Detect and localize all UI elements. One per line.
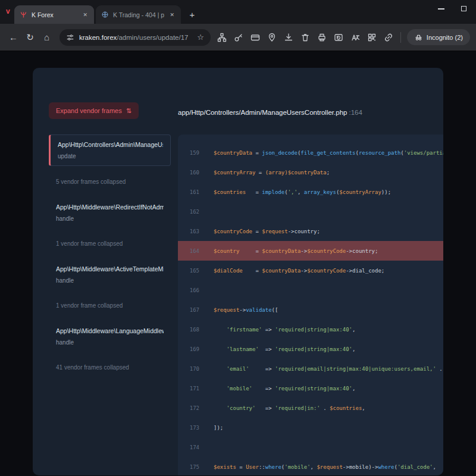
incognito-badge[interactable]: Incognito (2)	[407, 29, 470, 45]
bookmark-icon[interactable]: ☆	[197, 33, 204, 42]
code-text: $countryData = json_decode(file_get_cont…	[199, 150, 443, 156]
code-line: 171 'mobile' => 'required|string|max:40'…	[178, 378, 443, 398]
home-icon[interactable]: ⌂	[39, 30, 54, 45]
line-number: 171	[178, 386, 199, 392]
cast-icon[interactable]	[333, 32, 345, 43]
frame-method: handle	[56, 339, 164, 346]
vendor-frames-collapsed[interactable]: 41 vendor frames collapsed	[56, 364, 164, 371]
new-tab-button[interactable]: +	[187, 10, 198, 20]
sitemap-icon[interactable]	[216, 32, 228, 43]
line-number: 174	[178, 444, 199, 450]
code-text: 'firstname' => 'required|string|max:40',	[199, 327, 355, 333]
url-domain: kraken.forex	[79, 34, 117, 41]
expand-button-area: Expand vendor frames ⇅	[49, 102, 171, 134]
frame-method: handle	[56, 277, 164, 284]
line-number: 166	[178, 287, 199, 293]
stack-frame[interactable]: App\Http\Middleware\LanguageMiddleware:2…	[49, 321, 171, 352]
navigation-bar: ← ↻ ⌂ kraken.forex/admin/users/update/17…	[0, 24, 476, 51]
minimize-button[interactable]	[438, 8, 444, 10]
kraken-favicon-icon	[20, 11, 27, 18]
line-number: 161	[178, 189, 199, 195]
code-text: 'mobile' => 'required|string|max:40',	[199, 386, 355, 392]
tab-k-trading[interactable]: K Trading - 404 | page not foun ✕	[96, 5, 181, 24]
vendor-frames-collapsed[interactable]: 1 vendor frame collapsed	[56, 302, 164, 309]
frame-method: handle	[56, 215, 164, 222]
url-text[interactable]: kraken.forex/admin/users/update/17	[79, 34, 188, 41]
file-path: app/Http/Controllers/Admin/ManageUsersCo…	[178, 109, 347, 116]
globe-favicon-icon	[101, 11, 109, 18]
line-number: 175	[178, 464, 199, 470]
back-icon[interactable]: ←	[6, 30, 21, 45]
delete-icon[interactable]	[299, 32, 311, 43]
url-path: /admin/users/update/17	[117, 34, 188, 41]
line-number: 163	[178, 228, 199, 234]
code-text: $exists = User::where('mobile', $request…	[199, 464, 439, 470]
vendor-frames-collapsed[interactable]: 5 vendor frames collapsed	[56, 178, 164, 185]
code-viewer[interactable]: 159$countryData = json_decode(file_get_c…	[178, 134, 443, 475]
wallet-icon[interactable]	[249, 32, 261, 43]
code-text: $dialCode = $countryData->$countryCode->…	[199, 268, 384, 274]
site-info-icon[interactable]	[66, 33, 74, 42]
page-background: Expand vendor frames ⇅ app/Http/Controll…	[0, 51, 476, 475]
frame-method: update	[58, 153, 163, 159]
maximize-button[interactable]	[461, 6, 466, 11]
code-text: $countryCode = $request->country;	[199, 228, 320, 234]
print-icon[interactable]	[316, 32, 328, 43]
frame-title: App\Http\Controllers\Admin\ManageUsersCo…	[58, 141, 163, 148]
code-line: 175$exists = User::where('mobile', $requ…	[178, 457, 443, 475]
tab-title: K Trading - 404 | page not foun	[113, 11, 164, 18]
toolbar-divider	[400, 32, 401, 43]
code-line: 160$countryArray = (array)$countryData;	[178, 162, 443, 182]
code-line: 162	[178, 202, 443, 221]
code-line: 170 'email' => 'required|email|string|ma…	[178, 359, 443, 378]
window-logo-icon: v	[6, 7, 10, 15]
code-text: ]);	[199, 425, 223, 431]
line-number: 159	[178, 150, 199, 156]
file-line-number: :164	[349, 109, 362, 116]
tab-strip: v K Forex ✕ K Trading - 404 | page not f…	[0, 0, 476, 24]
tab-k-forex[interactable]: K Forex ✕	[14, 5, 94, 24]
code-line: 174	[178, 437, 443, 457]
stack-frame[interactable]: App\Http\Middleware\ActiveTemplateMiddle…	[49, 259, 171, 290]
reload-icon[interactable]: ↻	[23, 30, 37, 45]
apps-icon[interactable]	[366, 32, 378, 43]
code-line: 172 'country' => 'required|in:' . $count…	[178, 398, 443, 418]
code-line: 173]);	[178, 418, 443, 437]
code-line: 168 'firstname' => 'required|string|max:…	[178, 320, 443, 339]
code-text: 'country' => 'required|in:' . $countries…	[199, 405, 365, 411]
tab-close-icon[interactable]: ✕	[168, 11, 176, 19]
code-text: 'email' => 'required|email|string|max:40…	[199, 366, 443, 372]
toolbar-extensions	[216, 32, 394, 43]
tab-close-icon[interactable]: ✕	[82, 11, 89, 19]
line-number: 169	[178, 346, 199, 352]
frame-title: App\Http\Middleware\RedirectIfNotAdmin:2…	[56, 203, 164, 211]
translate-icon[interactable]	[349, 32, 361, 43]
file-header-area: app/Http/Controllers/Admin/ManageUsersCo…	[178, 102, 443, 134]
line-number: 167	[178, 307, 199, 313]
error-card: Expand vendor frames ⇅ app/Http/Controll…	[33, 68, 443, 475]
tab-title: K Forex	[32, 11, 77, 18]
expand-vendor-frames-button[interactable]: Expand vendor frames ⇅	[49, 102, 139, 119]
code-text: $country = $countryData->$countryCode->c…	[199, 248, 378, 254]
line-number: 164	[178, 248, 199, 254]
code-line: 167$request->validate([	[178, 300, 443, 320]
line-number: 173	[178, 425, 199, 431]
line-number: 165	[178, 268, 199, 274]
expand-button-label: Expand vendor frames	[56, 107, 122, 114]
code-line-highlighted: 164$country = $countryData->$countryCode…	[178, 241, 443, 261]
browser-window: v K Forex ✕ K Trading - 404 | page not f…	[0, 0, 476, 51]
line-number: 168	[178, 327, 199, 333]
vendor-frames-collapsed[interactable]: 1 vendor frame collapsed	[56, 240, 164, 247]
stack-frame-active[interactable]: App\Http\Controllers\Admin\ManageUsersCo…	[49, 134, 171, 166]
download-icon[interactable]	[283, 32, 295, 43]
stack-frame[interactable]: App\Http\Middleware\RedirectIfNotAdmin:2…	[49, 198, 171, 228]
link-icon[interactable]	[383, 32, 394, 43]
location-icon[interactable]	[266, 32, 278, 43]
key-icon[interactable]	[233, 32, 245, 43]
line-number: 170	[178, 366, 199, 372]
expand-arrows-icon: ⇅	[126, 107, 131, 115]
address-bar[interactable]: kraken.forex/admin/users/update/17 ☆	[60, 29, 211, 46]
frame-title: App\Http\Middleware\ActiveTemplateMiddle…	[56, 265, 164, 273]
incognito-label: Incognito (2)	[427, 34, 463, 41]
line-number: 172	[178, 405, 199, 411]
